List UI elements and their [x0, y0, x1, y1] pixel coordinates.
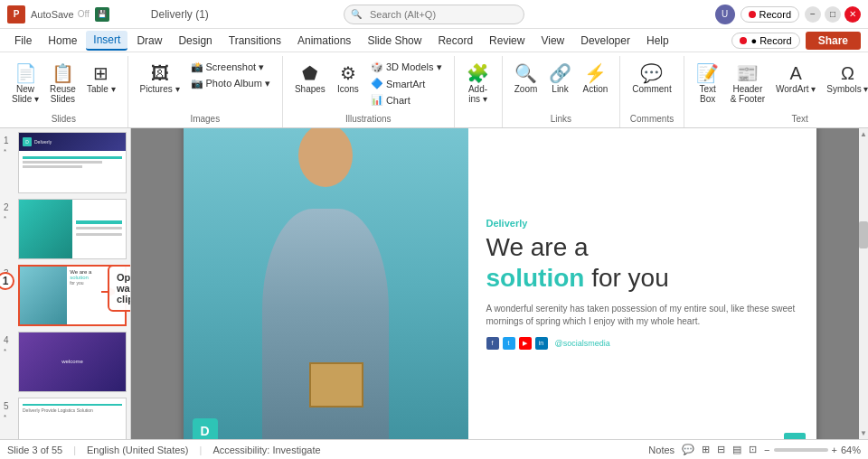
record-button-title[interactable]: Record: [741, 6, 799, 23]
slide-panel: 1* D Deliverly: [0, 128, 131, 439]
menu-design[interactable]: Design: [171, 32, 219, 50]
menu-animations[interactable]: Animations: [290, 32, 358, 50]
thumb-s5-line1: [23, 404, 122, 406]
d-logo-overlay: D: [193, 418, 218, 439]
symbols-button[interactable]: Ω Symbols ▾: [822, 60, 868, 97]
links-group-label: Links: [551, 114, 571, 127]
accessibility-info[interactable]: Accessibility: Investigate: [212, 445, 320, 455]
wordart-button[interactable]: A WordArt ▾: [771, 60, 820, 97]
new-slide-button[interactable]: 📄 NewSlide ▾: [7, 60, 43, 107]
text-group-label: Text: [792, 114, 808, 127]
person-image: [184, 128, 468, 439]
menu-slideshow[interactable]: Slide Show: [360, 32, 429, 50]
share-button[interactable]: Share: [806, 32, 861, 50]
zoom-button[interactable]: 🔍 Zoom: [510, 60, 542, 97]
minimize-button[interactable]: −: [805, 6, 821, 23]
save-icon[interactable]: 💾: [95, 7, 109, 22]
chart-button[interactable]: 📊 Chart: [366, 92, 447, 108]
photo-album-button[interactable]: 📷 Photo Album ▾: [186, 76, 275, 91]
ribbon-text-items: 📝 TextBox 📰 Header& Footer A WordArt ▾ Ω…: [692, 56, 868, 114]
ribbon-record-button[interactable]: ● Record: [731, 33, 799, 49]
wordart-label: WordArt ▾: [776, 84, 816, 94]
normal-view-icon[interactable]: ⊞: [702, 444, 710, 455]
reuse-slides-label: ReuseSlides: [50, 84, 76, 104]
close-button[interactable]: ✕: [844, 6, 861, 23]
autosave-toggle[interactable]: Off: [78, 9, 90, 19]
slide-image-1[interactable]: D Deliverly: [18, 132, 127, 193]
slide-image-4[interactable]: welcome: [18, 332, 127, 393]
comments-view-icon[interactable]: 💬: [682, 444, 694, 455]
search-input[interactable]: [344, 5, 524, 24]
notes-button[interactable]: Notes: [648, 445, 675, 455]
ribbon-slides-items: 📄 NewSlide ▾ 📋 ReuseSlides ⊞ Table ▾: [7, 56, 120, 114]
thumb-slide5-content: Deliverly Provide Logistics Solution: [19, 398, 126, 439]
thumb-brand-text: Deliverly: [34, 139, 52, 145]
slide-image-2[interactable]: [18, 199, 127, 260]
icons-button[interactable]: ⚙ Icons: [332, 60, 364, 97]
textbox-button[interactable]: 📝 TextBox: [692, 60, 724, 107]
linkedin-icon: in: [535, 337, 548, 350]
zoom-in-icon[interactable]: +: [832, 445, 837, 455]
slide-image-5[interactable]: Deliverly Provide Logistics Solution: [18, 398, 127, 439]
addins-button[interactable]: 🧩 Add-ins ▾: [462, 60, 495, 107]
search-wrapper: 🔍: [344, 5, 524, 24]
menu-help[interactable]: Help: [639, 32, 676, 50]
header-footer-button[interactable]: 📰 Header& Footer: [726, 60, 769, 107]
link-button[interactable]: 🔗 Link: [544, 60, 577, 97]
thumb-slide1-banner: D Deliverly: [19, 133, 126, 151]
zoom-slider[interactable]: [774, 448, 828, 452]
comment-button[interactable]: 💬 Comment: [627, 60, 675, 97]
slide-thumb-5[interactable]: 5* Deliverly Provide Logistics Solution: [4, 398, 127, 439]
symbols-icon: Ω: [841, 62, 854, 84]
table-button[interactable]: ⊞ Table ▾: [82, 60, 120, 97]
slide-thumb-1[interactable]: 1* D Deliverly: [4, 132, 127, 193]
menu-view[interactable]: View: [533, 32, 571, 50]
maximize-button[interactable]: □: [825, 6, 841, 23]
thumb-s2-line1: [76, 227, 122, 230]
menu-insert[interactable]: Insert: [86, 31, 127, 51]
menu-developer[interactable]: Developer: [573, 32, 637, 50]
menu-record[interactable]: Record: [430, 32, 480, 50]
reading-view-icon[interactable]: ▤: [732, 444, 741, 455]
addins-icon: 🧩: [467, 62, 489, 84]
slide3-headline: We are a solution for you: [486, 232, 798, 293]
slide-thumb-4[interactable]: 4* welcome: [4, 332, 127, 393]
thumb-s2-right: [72, 200, 126, 259]
3d-models-button[interactable]: 🎲 3D Models ▾: [366, 60, 447, 75]
avatar: U: [715, 5, 735, 24]
title-bar: P AutoSave Off 💾 Deliverly (1) 🔍 U Recor…: [0, 0, 868, 29]
action-button[interactable]: ⚡ Action: [579, 60, 613, 97]
slide-thumb-3[interactable]: 1 Open the slide you want to insert the …: [4, 265, 127, 326]
reuse-slides-button[interactable]: 📋 ReuseSlides: [45, 60, 80, 107]
vertical-scrollbar[interactable]: ▲ ▼: [859, 128, 868, 439]
menu-home[interactable]: Home: [41, 32, 84, 50]
scroll-down-icon[interactable]: ▼: [860, 429, 867, 437]
chart-icon: 📊: [371, 94, 383, 106]
menu-draw[interactable]: Draw: [129, 32, 169, 50]
thumb-slide4-content: welcome: [19, 333, 126, 392]
shapes-button[interactable]: ⬟ Shapes: [290, 60, 330, 97]
slide-thumb-2[interactable]: 2*: [4, 199, 127, 260]
menu-transitions[interactable]: Transitions: [222, 32, 288, 50]
scroll-up-icon[interactable]: ▲: [860, 130, 867, 138]
slide-sorter-icon[interactable]: ⊟: [717, 444, 725, 455]
new-slide-label: NewSlide ▾: [12, 84, 39, 104]
comment-icon: 💬: [640, 62, 663, 84]
action-label: Action: [583, 84, 609, 94]
menu-file[interactable]: File: [7, 32, 39, 50]
canvas-area: 2 D Deliverly: [131, 128, 868, 439]
pictures-button[interactable]: 🖼 Pictures ▾: [136, 60, 184, 97]
zoom-level: 64%: [841, 445, 861, 455]
slide-number-2: 2*: [4, 199, 14, 222]
menu-review[interactable]: Review: [482, 32, 532, 50]
action-icon: ⚡: [584, 62, 607, 84]
screenshot-button[interactable]: 📸 Screenshot ▾: [186, 60, 275, 75]
zoom-icon: 🔍: [514, 62, 537, 84]
app-icon: P: [7, 5, 25, 23]
chart-label: Chart: [386, 95, 410, 106]
header-footer-icon: 📰: [736, 62, 759, 84]
smartart-button[interactable]: 🔷 SmartArt: [366, 76, 447, 91]
presenter-view-icon[interactable]: ⊡: [749, 444, 757, 455]
scroll-thumb[interactable]: [859, 221, 868, 248]
zoom-out-icon[interactable]: −: [764, 445, 769, 455]
